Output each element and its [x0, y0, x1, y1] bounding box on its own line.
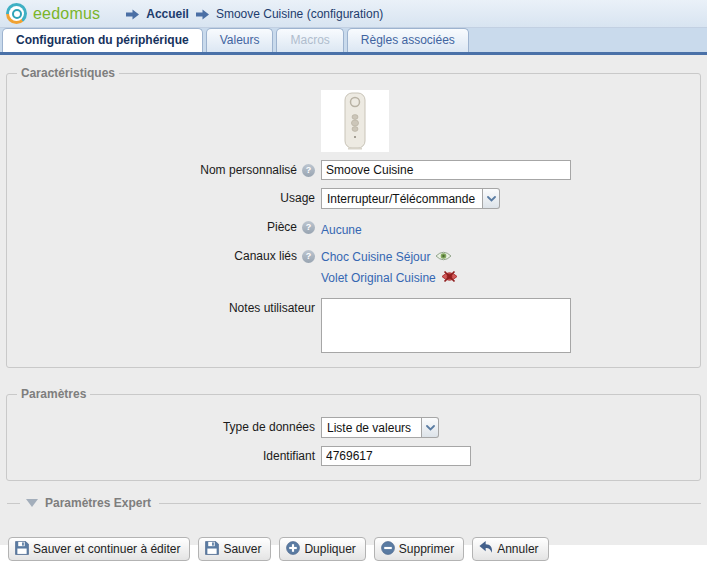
data-type-select-value[interactable]: Liste de valeurs [321, 417, 422, 438]
chevron-down-icon[interactable] [422, 417, 439, 438]
section-caracteristiques-legend: Caractéristiques [17, 66, 119, 80]
brand-name: eedomus [33, 5, 100, 23]
collapse-triangle-icon[interactable] [26, 499, 38, 507]
section-parametres-legend: Paramètres [17, 387, 90, 401]
usage-select[interactable]: Interrupteur/Télécommande [321, 188, 500, 209]
usage-select-value[interactable]: Interrupteur/Télécommande [321, 188, 483, 209]
user-notes-row: Notes utilisateur [15, 298, 692, 357]
linked-channels-label: Canaux liés [234, 249, 297, 263]
custom-name-row: Nom personnalisé [15, 160, 692, 180]
tab-macros: Macros [276, 28, 343, 52]
device-image-row [15, 90, 692, 152]
channel-item: Volet Original Cuisine [321, 269, 458, 287]
room-row: Pièce Aucune [15, 217, 692, 238]
section-parametres: Paramètres Type de données Liste de vale… [6, 387, 701, 481]
breadcrumb-current: Smoove Cuisine (configuration) [216, 7, 383, 21]
eedomus-logo-icon[interactable] [6, 3, 27, 24]
usage-label: Usage [280, 191, 315, 205]
user-notes-textarea[interactable] [321, 298, 571, 353]
help-icon[interactable] [302, 250, 315, 263]
channel-link[interactable]: Choc Cuisine Séjour [321, 250, 430, 264]
cancel-button[interactable]: Annuler [472, 537, 548, 561]
minus-circle-icon [381, 541, 395, 558]
delete-button[interactable]: Supprimer [374, 537, 464, 561]
custom-name-input[interactable] [321, 160, 571, 180]
data-type-select[interactable]: Liste de valeurs [321, 417, 439, 438]
duplicate-button[interactable]: Dupliquer [279, 537, 365, 561]
breadcrumb: Accueil Smoove Cuisine (configuration) [126, 7, 383, 21]
eye-hidden-icon[interactable] [441, 269, 458, 287]
save-icon [15, 541, 29, 558]
custom-name-label: Nom personnalisé [200, 163, 297, 177]
tab-configuration[interactable]: Configuration du périphérique [2, 28, 203, 52]
eye-visible-icon[interactable] [435, 248, 452, 266]
eedomus-config-page: eedomus Accueil Smoove Cuisine (configur… [0, 0, 707, 579]
save-and-continue-button[interactable]: Sauver et continuer à éditer [8, 537, 190, 561]
undo-icon [479, 541, 493, 557]
breadcrumb-home[interactable]: Accueil [146, 7, 189, 21]
help-icon[interactable] [302, 164, 315, 177]
section-parametres-expert: Paramètres Expert [7, 496, 701, 510]
divider [7, 503, 20, 504]
section-parametres-expert-legend[interactable]: Paramètres Expert [45, 496, 151, 510]
divider [159, 503, 701, 504]
section-caracteristiques: Caractéristiques [6, 66, 701, 368]
identifier-input[interactable] [321, 446, 471, 466]
help-icon[interactable] [302, 221, 315, 234]
identifier-row: Identifiant [15, 446, 692, 466]
breadcrumb-arrow-icon [196, 9, 209, 20]
data-type-label: Type de données [223, 420, 315, 434]
linked-channels-row: Canaux liés Choc Cuisine Séjour [15, 246, 692, 290]
channel-link[interactable]: Volet Original Cuisine [321, 271, 436, 285]
data-type-row: Type de données Liste de valeurs [15, 417, 692, 438]
tab-valeurs[interactable]: Valeurs [206, 28, 274, 52]
save-button[interactable]: Sauver [198, 537, 271, 561]
device-image [321, 90, 389, 152]
tab-bar: Configuration du périphérique Valeurs Ma… [0, 28, 707, 52]
room-link[interactable]: Aucune [321, 223, 362, 237]
user-notes-label: Notes utilisateur [229, 301, 315, 315]
usage-row: Usage Interrupteur/Télécommande [15, 188, 692, 209]
room-label: Pièce [267, 220, 297, 234]
identifier-label: Identifiant [263, 449, 315, 463]
channel-item: Choc Cuisine Séjour [321, 248, 458, 266]
save-icon [205, 541, 219, 558]
action-buttons: Sauver et continuer à éditer Sauver [8, 537, 707, 561]
tab-regles-associees[interactable]: Règles associées [347, 28, 469, 52]
chevron-down-icon[interactable] [483, 188, 500, 209]
breadcrumb-arrow-icon [126, 9, 139, 20]
main-content: Caractéristiques [0, 55, 707, 545]
plus-circle-icon [286, 541, 300, 558]
app-header: eedomus Accueil Smoove Cuisine (configur… [0, 0, 707, 28]
